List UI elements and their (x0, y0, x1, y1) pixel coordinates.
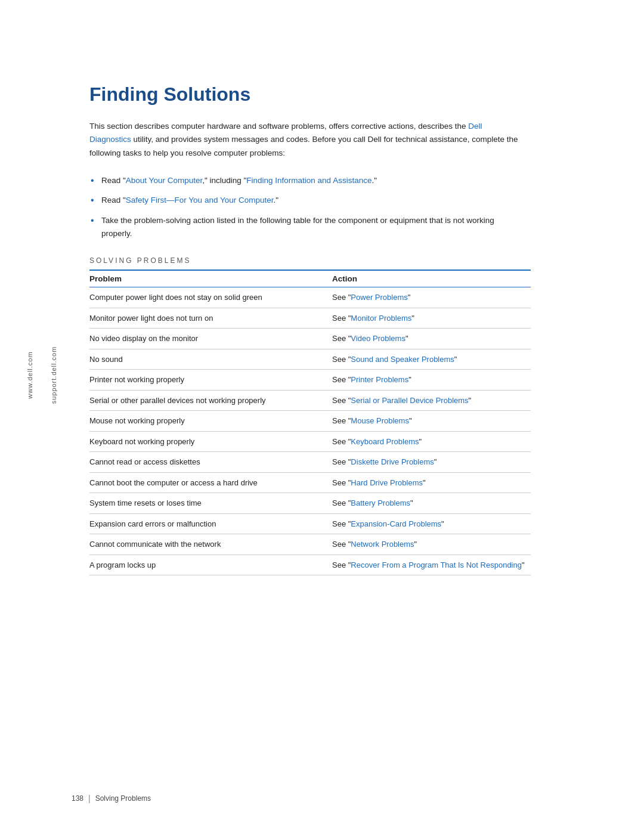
action-suffix: " (409, 416, 412, 425)
table-row: Computer power light does not stay on so… (89, 287, 531, 308)
table-cell-problem: Computer power light does not stay on so… (89, 287, 332, 308)
action-link[interactable]: Mouse Problems (351, 416, 409, 425)
table-header-row: Problem Action (89, 270, 531, 287)
action-link[interactable]: Diskette Drive Problems (351, 457, 434, 466)
bullet-item-1: Read "About Your Computer," including "F… (89, 174, 519, 187)
action-prefix: See " (332, 457, 351, 466)
side-text-support: support.dell.com (50, 346, 57, 404)
table-cell-problem: System time resets or loses time (89, 493, 332, 514)
table-row: Cannot boot the computer or access a har… (89, 472, 531, 493)
table-row: Cannot communicate with the networkSee "… (89, 534, 531, 555)
side-text-www: www.dell.com (26, 351, 33, 398)
col-header-problem: Problem (89, 270, 332, 287)
action-link[interactable]: Monitor Problems (351, 314, 411, 323)
table-cell-action: See "Expansion-Card Problems" (332, 513, 531, 534)
action-prefix: See " (332, 478, 351, 487)
action-prefix: See " (332, 334, 351, 343)
table-cell-problem: Keyboard not working properly (89, 431, 332, 452)
action-suffix: " (454, 355, 457, 364)
table-cell-action: See "Power Problems" (332, 287, 531, 308)
col-header-action: Action (332, 270, 531, 287)
table-row: Cannot read or access diskettesSee "Disk… (89, 452, 531, 473)
action-link[interactable]: Video Problems (351, 334, 405, 343)
table-row: Expansion card errors or malfunctionSee … (89, 513, 531, 534)
intro-part2: utility, and provides system messages an… (89, 135, 518, 157)
table-cell-problem: Monitor power light does not turn on (89, 308, 332, 329)
table-row: Monitor power light does not turn onSee … (89, 308, 531, 329)
action-suffix: " (410, 498, 413, 507)
table-cell-action: See "Mouse Problems" (332, 411, 531, 432)
action-link[interactable]: Expansion-Card Problems (351, 519, 441, 528)
footer: 138 | Solving Problems (72, 794, 596, 803)
table-cell-action: See "Sound and Speaker Problems" (332, 349, 531, 370)
main-content: Finding Solutions This section describes… (89, 83, 596, 575)
table-cell-action: See "Monitor Problems" (332, 308, 531, 329)
action-suffix: " (408, 293, 411, 302)
table-cell-problem: Printer not working properly (89, 370, 332, 391)
footer-separator: | (88, 794, 91, 803)
intro-part1: This section describes computer hardware… (89, 122, 468, 131)
action-link[interactable]: Keyboard Problems (351, 437, 419, 446)
action-prefix: See " (332, 540, 351, 549)
footer-label: Solving Problems (95, 794, 151, 803)
table-cell-problem: Cannot read or access diskettes (89, 452, 332, 473)
action-suffix: " (522, 561, 525, 569)
table-cell-problem: Cannot boot the computer or access a har… (89, 472, 332, 493)
action-suffix: " (434, 457, 437, 466)
action-link[interactable]: Power Problems (351, 293, 407, 302)
table-row: Keyboard not working properlySee "Keyboa… (89, 431, 531, 452)
action-link[interactable]: Network Problems (351, 540, 414, 549)
problems-table: Problem Action Computer power light does… (89, 270, 531, 575)
table-row: System time resets or loses timeSee "Bat… (89, 493, 531, 514)
action-suffix: " (414, 540, 417, 549)
action-link[interactable]: Sound and Speaker Problems (351, 355, 454, 364)
table-cell-action: See "Video Problems" (332, 329, 531, 349)
action-suffix: " (419, 437, 422, 446)
bullet-item-3: Take the problem-solving action listed i… (89, 214, 519, 240)
action-prefix: See " (332, 355, 351, 364)
action-prefix: See " (332, 314, 351, 323)
table-cell-problem: Expansion card errors or malfunction (89, 513, 332, 534)
table-cell-problem: Mouse not working properly (89, 411, 332, 432)
table-cell-problem: No video display on the monitor (89, 329, 332, 349)
action-prefix: See " (332, 416, 351, 425)
action-link[interactable]: Recover From a Program That Is Not Respo… (351, 561, 522, 569)
action-prefix: See " (332, 498, 351, 507)
bullet-list: Read "About Your Computer," including "F… (89, 174, 519, 240)
action-suffix: " (423, 478, 426, 487)
action-link[interactable]: Serial or Parallel Device Problems (351, 396, 468, 405)
table-cell-action: See "Recover From a Program That Is Not … (332, 555, 531, 575)
action-suffix: " (405, 334, 408, 343)
safety-first-link[interactable]: Safety First—For You and Your Computer (126, 196, 274, 205)
section-subtitle: Solving Problems (89, 256, 596, 265)
table-cell-problem: A program locks up (89, 555, 332, 575)
table-cell-problem: Cannot communicate with the network (89, 534, 332, 555)
table-cell-action: See "Printer Problems" (332, 370, 531, 391)
bullet-item-2: Read "Safety First—For You and Your Comp… (89, 194, 519, 207)
action-link[interactable]: Printer Problems (351, 375, 408, 384)
table-row: No video display on the monitorSee "Vide… (89, 329, 531, 349)
table-cell-action: See "Battery Problems" (332, 493, 531, 514)
table-cell-action: See "Serial or Parallel Device Problems" (332, 390, 531, 411)
table-cell-problem: No sound (89, 349, 332, 370)
action-suffix: " (411, 314, 414, 323)
action-prefix: See " (332, 561, 351, 569)
about-computer-link[interactable]: About Your Computer (126, 176, 202, 185)
action-suffix: " (469, 396, 472, 405)
finding-information-link[interactable]: Finding Information and Assistance (246, 176, 371, 185)
action-suffix: " (441, 519, 444, 528)
action-link[interactable]: Battery Problems (351, 498, 410, 507)
action-prefix: See " (332, 293, 351, 302)
action-prefix: See " (332, 437, 351, 446)
footer-page-number: 138 (72, 794, 83, 803)
table-cell-action: See "Keyboard Problems" (332, 431, 531, 452)
table-cell-action: See "Diskette Drive Problems" (332, 452, 531, 473)
table-container: Problem Action Computer power light does… (89, 270, 531, 575)
action-prefix: See " (332, 375, 351, 384)
table-row: No soundSee "Sound and Speaker Problems" (89, 349, 531, 370)
action-link[interactable]: Hard Drive Problems (351, 478, 423, 487)
action-prefix: See " (332, 396, 351, 405)
table-cell-action: See "Hard Drive Problems" (332, 472, 531, 493)
table-row: A program locks upSee "Recover From a Pr… (89, 555, 531, 575)
table-row: Printer not working properlySee "Printer… (89, 370, 531, 391)
